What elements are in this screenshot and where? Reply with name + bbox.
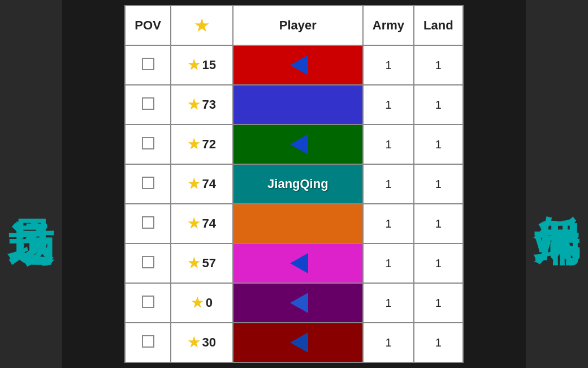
star-icon: ★ bbox=[188, 216, 200, 232]
land-value: 1 bbox=[435, 138, 442, 151]
table-row: ★5711 bbox=[125, 243, 462, 283]
pov-checkbox[interactable] bbox=[142, 296, 154, 308]
army-value: 1 bbox=[385, 217, 391, 230]
pov-cell[interactable] bbox=[125, 323, 170, 362]
army-cell: 1 bbox=[363, 45, 414, 85]
star-rank-value: ★15 bbox=[171, 57, 232, 73]
rank-number: 73 bbox=[202, 97, 216, 112]
star-icon: ★ bbox=[191, 295, 204, 311]
star-rank-cell: ★30 bbox=[171, 323, 233, 362]
star-rank-value: ★30 bbox=[171, 335, 232, 350]
star-icon: ★ bbox=[188, 57, 200, 73]
army-value: 1 bbox=[385, 297, 391, 309]
table-row: ★7311 bbox=[125, 85, 462, 125]
player-name: JiangQing bbox=[267, 177, 328, 191]
star-rank-cell: ★57 bbox=[171, 243, 233, 283]
star-rank-cell: ★0 bbox=[171, 283, 233, 323]
rank-number: 30 bbox=[202, 335, 216, 350]
pov-checkbox[interactable] bbox=[142, 256, 154, 268]
header-land: Land bbox=[414, 6, 463, 45]
pov-checkbox[interactable] bbox=[142, 216, 154, 229]
table-header-row: POV ★ Player Army Land bbox=[125, 6, 462, 45]
page-wrapper: 这是场 POV ★ Player Army bbox=[0, 0, 588, 368]
player-bg bbox=[234, 323, 362, 362]
pov-cell[interactable] bbox=[125, 85, 170, 125]
left-text-content: 这是场 bbox=[1, 181, 62, 187]
star-icon: ★ bbox=[188, 335, 200, 350]
star-rank-value: ★72 bbox=[171, 136, 232, 152]
header-star: ★ bbox=[171, 6, 233, 45]
land-cell: 1 bbox=[414, 85, 463, 125]
star-icon: ★ bbox=[188, 176, 200, 192]
pov-cell[interactable] bbox=[125, 125, 170, 164]
army-cell: 1 bbox=[363, 204, 414, 243]
right-text-content: 低端局 bbox=[526, 181, 587, 187]
army-cell: 1 bbox=[363, 85, 414, 125]
header-army: Army bbox=[363, 6, 414, 45]
land-value: 1 bbox=[435, 59, 442, 71]
star-rank-cell: ★73 bbox=[171, 85, 233, 125]
star-rank-cell: ★74 bbox=[171, 204, 233, 243]
land-value: 1 bbox=[435, 336, 442, 349]
pov-checkbox[interactable] bbox=[142, 335, 154, 348]
army-value: 1 bbox=[385, 138, 391, 151]
table-row: ★1511 bbox=[125, 45, 462, 85]
land-value: 1 bbox=[435, 99, 442, 111]
army-value: 1 bbox=[385, 59, 391, 71]
table-row: ★3011 bbox=[125, 323, 462, 362]
player-cell[interactable] bbox=[233, 204, 363, 243]
player-bg bbox=[234, 244, 362, 283]
rank-number: 15 bbox=[202, 58, 216, 72]
star-icon: ★ bbox=[188, 97, 200, 113]
star-rank-cell: ★72 bbox=[171, 125, 233, 164]
header-pov: POV bbox=[125, 6, 170, 45]
table-row: ★011 bbox=[125, 283, 462, 323]
pov-checkbox[interactable] bbox=[142, 137, 154, 149]
pov-cell[interactable] bbox=[125, 164, 170, 204]
header-player: Player bbox=[233, 6, 363, 45]
star-rank-value: ★57 bbox=[171, 255, 232, 271]
player-cell[interactable] bbox=[233, 125, 363, 164]
player-bg bbox=[234, 284, 362, 322]
pov-checkbox[interactable] bbox=[142, 97, 154, 110]
rank-number: 57 bbox=[202, 256, 216, 271]
player-cell[interactable] bbox=[233, 243, 363, 283]
army-cell: 1 bbox=[363, 164, 414, 204]
army-cell: 1 bbox=[363, 323, 414, 362]
pov-cell[interactable] bbox=[125, 204, 170, 243]
land-cell: 1 bbox=[414, 164, 463, 204]
pov-cell[interactable] bbox=[125, 243, 170, 283]
army-value: 1 bbox=[385, 178, 391, 190]
table-row: ★7211 bbox=[125, 125, 462, 164]
rank-number: 74 bbox=[202, 177, 216, 191]
rank-number: 74 bbox=[202, 216, 216, 231]
rank-number: 72 bbox=[202, 137, 216, 152]
table-row: ★7411 bbox=[125, 204, 462, 243]
land-cell: 1 bbox=[414, 323, 463, 362]
player-bg: JiangQing bbox=[234, 165, 362, 203]
pov-cell[interactable] bbox=[125, 283, 170, 323]
land-value: 1 bbox=[435, 257, 442, 269]
army-value: 1 bbox=[385, 336, 391, 349]
pov-checkbox[interactable] bbox=[142, 58, 154, 70]
left-side-text: 这是场 bbox=[0, 0, 62, 368]
player-bg bbox=[234, 125, 362, 164]
player-cell[interactable]: JiangQing bbox=[233, 164, 363, 204]
player-cell[interactable] bbox=[233, 323, 363, 362]
land-cell: 1 bbox=[414, 125, 463, 164]
army-cell: 1 bbox=[363, 283, 414, 323]
pov-cell[interactable] bbox=[125, 45, 170, 85]
right-side-text: 低端局 bbox=[526, 0, 588, 368]
player-bg bbox=[234, 85, 362, 124]
star-rank-value: ★0 bbox=[171, 295, 232, 311]
player-cell[interactable] bbox=[233, 85, 363, 125]
pov-checkbox[interactable] bbox=[142, 177, 154, 189]
star-rank-value: ★74 bbox=[171, 176, 232, 192]
player-bg bbox=[234, 46, 362, 84]
player-cell[interactable] bbox=[233, 45, 363, 85]
land-cell: 1 bbox=[414, 243, 463, 283]
land-cell: 1 bbox=[414, 283, 463, 323]
star-icon: ★ bbox=[188, 136, 200, 152]
army-value: 1 bbox=[385, 99, 391, 111]
player-cell[interactable] bbox=[233, 283, 363, 323]
